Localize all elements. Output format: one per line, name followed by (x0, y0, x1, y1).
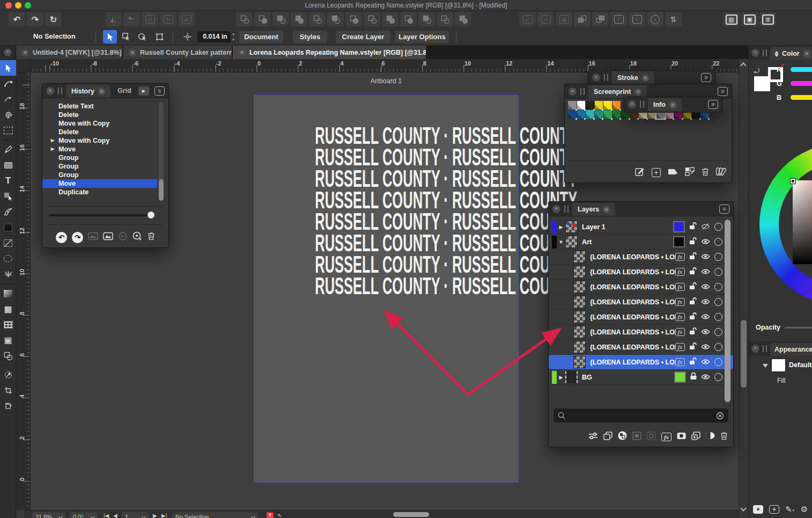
history-scrollbar-thumb[interactable] (159, 179, 164, 201)
drag-grip[interactable] (580, 88, 585, 95)
snapshot-disabled-button[interactable] (88, 232, 98, 243)
color-swatch[interactable] (577, 110, 586, 119)
intersect-button[interactable] (272, 12, 289, 26)
close-tab-icon[interactable]: ✕ (98, 88, 105, 95)
rectangle-tool[interactable] (0, 157, 16, 173)
bend-tool[interactable] (0, 91, 16, 107)
layer-thumbnail[interactable] (573, 281, 586, 293)
panel-menu-icon[interactable]: ≡ (708, 100, 718, 109)
history-item[interactable]: Group (42, 171, 157, 179)
rotate-left-button[interactable]: ↺ (142, 12, 158, 26)
layer-thumbnail[interactable] (573, 356, 586, 368)
redo-button[interactable]: ↷ (27, 12, 43, 26)
settings-gear-icon[interactable]: ⚙ (801, 505, 808, 514)
nudge-stepper[interactable]: ▲▼ (232, 31, 237, 42)
close-tab-icon[interactable]: ✕ (803, 50, 811, 58)
target-circle-icon[interactable] (714, 223, 722, 231)
canvas-hscroll-thumb[interactable] (393, 512, 429, 517)
close-tab-icon[interactable]: ✕ (129, 49, 136, 56)
layer-name[interactable]: {LORENA LEOPARDS • LORENA (590, 268, 675, 276)
direct-select-mode-button[interactable] (119, 30, 133, 43)
artboard-select-mode-button[interactable] (152, 30, 166, 43)
hidden-eye-icon[interactable] (701, 222, 710, 232)
clear-search-icon[interactable] (716, 412, 724, 420)
marquee-tool[interactable] (0, 122, 16, 138)
layer-row[interactable]: {LORENA LEOPARDS • LORENAfx (549, 310, 733, 325)
undo-button[interactable]: ↶ (9, 12, 25, 26)
layer-thumbnail[interactable] (573, 296, 586, 308)
target-circle-icon[interactable] (714, 343, 722, 351)
panel-menu-icon[interactable]: ≡ (154, 86, 165, 96)
history-item[interactable]: Delete (42, 128, 157, 136)
drag-grip[interactable] (564, 206, 569, 213)
visible-eye-icon[interactable] (701, 237, 710, 247)
panel-menu-icon[interactable]: ≡ (701, 73, 711, 82)
exclude-button[interactable] (291, 12, 307, 26)
layer-thumbnail[interactable] (565, 221, 578, 233)
target-circle-icon[interactable] (714, 268, 722, 276)
isolate-button[interactable] (632, 432, 641, 442)
layer-name[interactable]: {LORENA LEOPARDS • LORENA (590, 253, 675, 261)
close-panel-icon[interactable]: ✕ (628, 100, 636, 108)
unlock-icon[interactable] (689, 252, 697, 262)
gradient-line-tool[interactable] (0, 235, 16, 251)
trim-button[interactable] (327, 12, 344, 26)
clear-states-button[interactable] (132, 231, 143, 243)
target-circle-icon[interactable] (714, 253, 722, 261)
history-position-slider[interactable] (49, 214, 151, 216)
target-circle-icon[interactable] (714, 328, 722, 336)
layer-name[interactable]: {LORENA LEOPARDS • LORENA (590, 283, 675, 291)
crop-tool[interactable] (0, 383, 16, 398)
close-panel-icon[interactable]: ✕ (592, 74, 600, 82)
appearance-expander-icon[interactable] (763, 364, 768, 368)
drag-grip[interactable] (604, 74, 608, 81)
history-item[interactable]: Group (42, 154, 157, 162)
blob-select-tool[interactable] (0, 251, 16, 266)
fx-icon[interactable]: fx (675, 358, 685, 366)
fx-icon[interactable]: fx (675, 313, 685, 321)
swatch-library-button[interactable] (716, 167, 726, 178)
unlock-icon[interactable] (689, 357, 697, 367)
last-page-button[interactable]: ▶| (161, 513, 167, 518)
collapse-icon[interactable]: ▼ (557, 239, 565, 245)
unlock-icon[interactable] (689, 327, 697, 337)
layer-swatch[interactable] (673, 221, 685, 232)
visible-eye-icon[interactable] (701, 282, 710, 292)
color-swatch[interactable] (577, 101, 586, 110)
tab-grid[interactable]: Grid (114, 87, 135, 94)
target-circle-icon[interactable] (714, 238, 722, 246)
rotate-right-button[interactable]: ↻ (160, 12, 176, 26)
layer-thumbnail[interactable] (573, 341, 586, 353)
redo-circle-button[interactable]: ↷ (72, 232, 83, 243)
visible-eye-icon[interactable] (701, 252, 710, 262)
rotate-canvas-tool[interactable] (0, 398, 16, 414)
send-backward-button[interactable] (592, 12, 609, 26)
sv-handle[interactable] (791, 179, 795, 184)
fx-icon[interactable]: fx (675, 328, 685, 336)
target-circle-icon[interactable] (714, 283, 722, 291)
history-item[interactable]: Duplicate (42, 188, 157, 196)
fx-icon[interactable]: fx (675, 343, 685, 351)
close-panel-icon[interactable]: ✕ (751, 345, 759, 353)
next-page-button[interactable]: ▶ (153, 513, 157, 518)
width-tool[interactable] (0, 204, 16, 220)
saturation-value-box[interactable] (793, 180, 812, 264)
zoom-window-button[interactable] (25, 2, 31, 9)
panel-document-button[interactable]: ≣ (759, 12, 776, 26)
close-tab-icon[interactable]: ✕ (634, 89, 641, 96)
color-swatch[interactable] (568, 101, 577, 110)
expand-icon[interactable]: ▶ (51, 136, 54, 145)
layer-row[interactable]: ▶BG (549, 370, 733, 385)
snapshot-button[interactable] (103, 232, 113, 243)
move-down-button[interactable]: ↓ (629, 12, 645, 26)
artboard-label[interactable]: Artboard 1 (253, 77, 519, 85)
snapshot-camera-button[interactable] (677, 432, 686, 442)
visible-eye-icon[interactable] (701, 267, 710, 277)
mask-shape-button[interactable] (455, 12, 471, 26)
unlock-icon[interactable] (689, 222, 697, 232)
unlock-icon[interactable] (689, 297, 697, 307)
history-item[interactable]: Group (42, 162, 157, 171)
tab-overflow-button[interactable]: ▶ (138, 86, 149, 96)
drag-grip[interactable] (58, 87, 62, 94)
tab-stroke[interactable]: Stroke✕ (612, 71, 654, 84)
